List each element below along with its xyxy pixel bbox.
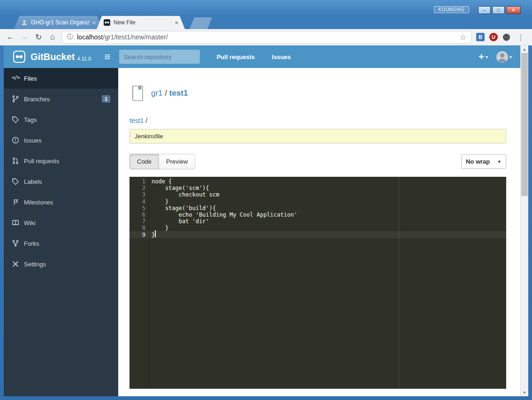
line-number: 3 [129,191,145,198]
code-icon: </> [12,75,19,82]
back-button[interactable]: ← [6,32,15,42]
branch-icon [12,95,19,103]
pull-request-icon [12,157,19,165]
browser-menu-icon[interactable]: ⋮ [515,33,526,42]
close-icon: ✕ [511,8,515,13]
branches-count-badge: 1 [102,95,110,103]
forward-button[interactable]: → [20,32,29,42]
tab-close-icon[interactable]: × [175,19,178,26]
file-path-breadcrumb: test1 / [129,117,506,124]
brand-version: 4.11.0 [77,56,91,61]
repo-book-icon [129,85,144,102]
address-bar[interactable]: ⓘ localhost/gr1/test1/new/master/ ☆ [62,31,471,44]
reload-button[interactable]: ↻ [34,32,43,42]
sidebar-item-pull-requests[interactable]: Pull requests [4,151,118,171]
sidebar-item-label: Milestones [24,199,53,206]
sidebar-item-label: Forks [24,240,39,247]
breadcrumb: gr1 / test1 [151,89,188,98]
editor-line: bat 'dir' [152,218,506,225]
line-number: 8 [129,225,145,231]
avatar-person-icon [496,51,508,63]
browser-window: KOUNOIKE – □ ✕ GHO-gr1 Scan Organiz × Ne… [0,0,532,400]
text-cursor [155,230,156,237]
url-path: /gr1/test1/new/master/ [103,33,168,41]
bookmark-star-icon[interactable]: ☆ [460,33,466,42]
editor-line: checkout scm [152,191,506,198]
page-scrollbar[interactable]: ▲ ▼ [520,45,528,396]
breadcrumb-repo-link[interactable]: test1 [169,89,188,98]
sidebar-item-issues[interactable]: Issues [4,130,118,151]
tab-close-icon[interactable]: × [92,19,96,26]
navbar-link-issues[interactable]: Issues [272,53,290,60]
home-button[interactable]: ⌂ [48,32,57,42]
editor-code-area: node { stage('scm'){ checkout scm } stag… [149,177,506,389]
line-number: 2 [129,185,145,191]
user-avatar[interactable] [496,51,508,63]
gitbucket-navbar: GitBucket 4.11.0 ≡ Pull requests Issues … [4,45,520,68]
sidebar-item-label: Files [24,75,37,82]
sidebar-item-branches[interactable]: Branches 1 [4,89,118,109]
browser-toolbar: ← → ↻ ⌂ ⓘ localhost/gr1/test1/new/master… [0,29,532,45]
profile-name-chip[interactable]: KOUNOIKE [434,6,469,13]
new-tab-button[interactable] [190,17,212,29]
wrap-mode-select[interactable]: No wrap ▼ [461,154,506,169]
milestone-icon [12,198,19,206]
sidebar-item-forks[interactable]: Forks [4,233,118,254]
wrap-mode-value: No wrap [466,158,490,165]
line-number: 7 [129,218,145,225]
tab-strip: GHO-gr1 Scan Organiz × New File × [0,14,532,29]
sidebar-item-milestones[interactable]: Milestones [4,192,118,212]
repo-sidebar: </> Files Branches 1 [4,68,118,396]
window-maximize-button[interactable]: □ [492,6,505,14]
sidebar-item-label: Settings [24,261,46,268]
extension-blue-icon[interactable]: B [476,33,485,41]
main-content: gr1 / test1 test1 / Code Preview [118,68,520,396]
editor-toolbar: Code Preview No wrap ▼ [129,154,506,169]
scroll-up-icon[interactable]: ▲ [521,45,528,53]
fork-icon [12,240,19,247]
brand-name[interactable]: GitBucket [30,52,75,62]
line-number-current: 9 [129,232,145,238]
sidebar-item-wiki[interactable]: Wiki [4,212,118,233]
sidebar-item-labels[interactable]: Labels [4,171,118,192]
preview-tab-button[interactable]: Preview [159,154,195,169]
tag-icon [12,116,19,123]
path-separator: / [145,117,147,124]
sidebar-item-files[interactable]: </> Files [4,68,118,89]
editor-gutter: 1 2 3 4 5 6 7 8 9 [129,177,149,389]
filename-input[interactable] [129,129,506,143]
code-tab-button[interactable]: Code [129,154,159,169]
line-number: 5 [129,205,145,211]
create-new-button[interactable]: + [479,52,484,62]
tools-icon [12,260,19,268]
issue-icon [12,136,19,144]
scroll-down-icon[interactable]: ▼ [521,389,528,396]
url-host: localhost [77,33,103,41]
navbar-link-pull-requests[interactable]: Pull requests [217,53,255,60]
extension-globe-icon[interactable] [502,33,510,41]
scrollbar-track[interactable] [521,53,528,389]
chevron-down-icon: ▾ [486,54,488,60]
browser-tab-new-file[interactable]: New File × [97,16,185,29]
breadcrumb-owner-link[interactable]: gr1 [151,89,163,98]
hamburger-menu-icon[interactable]: ≡ [104,52,110,62]
extension-ublock-icon[interactable]: U [489,33,498,41]
editor-line: } [152,198,506,205]
sidebar-item-label: Issues [24,137,42,144]
window-titlebar: KOUNOIKE – □ ✕ [0,0,532,14]
line-number: 1 [129,178,145,185]
scrollbar-thumb[interactable] [521,53,528,196]
search-input[interactable] [119,50,200,64]
path-dir-link[interactable]: test1 [129,117,144,124]
browser-tab-gho-scan[interactable]: GHO-gr1 Scan Organiz × [14,16,102,29]
sidebar-item-label: Pull requests [24,158,59,165]
window-close-button[interactable]: ✕ [506,6,521,14]
sidebar-item-tags[interactable]: Tags [4,109,118,130]
sidebar-item-settings[interactable]: Settings [4,254,118,274]
page-info-icon[interactable]: ⓘ [67,33,73,41]
wiki-book-icon [12,219,19,226]
code-editor[interactable]: 1 2 3 4 5 6 7 8 9 node { stage [129,177,506,389]
web-page: GitBucket 4.11.0 ≡ Pull requests Issues … [4,45,528,396]
chevron-down-icon: ▾ [509,54,512,60]
window-minimize-button[interactable]: – [478,6,491,14]
